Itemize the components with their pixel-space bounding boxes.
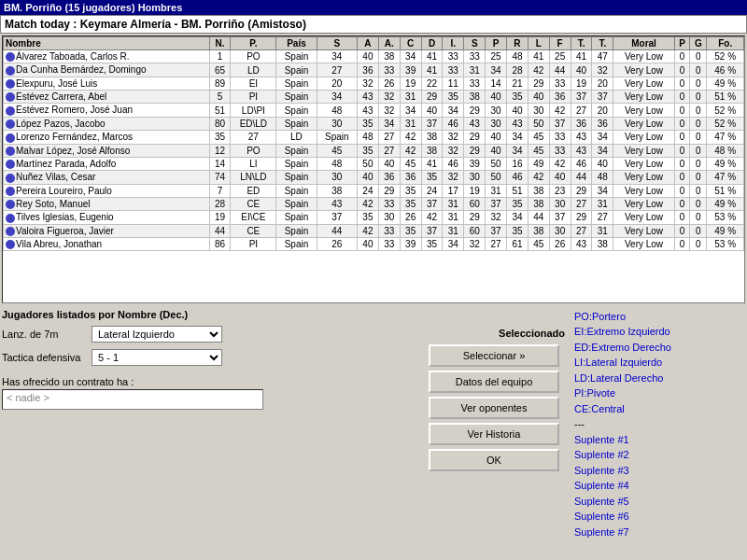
tactica-select[interactable]: 5 - 1 6 - 0 4 - 2 3 - 2 - 1 xyxy=(92,349,222,366)
players-table-section[interactable]: Nombre N. P. País S A A. C D I. S P R L … xyxy=(2,35,745,303)
table-row[interactable]: Álvarez Taboada, Carlos R.1POSpain344038… xyxy=(4,50,744,63)
player-icon xyxy=(6,119,15,129)
seleccionar-button[interactable]: Seleccionar » xyxy=(429,344,559,367)
table-row[interactable]: Rey Soto, Manuel28CESpain434233353731603… xyxy=(4,197,744,210)
lanz-row: Lanz. de 7m Lateral Izquierdo Lateral De… xyxy=(2,326,425,343)
legend-item: LI:Lateral Izquierdo xyxy=(574,355,743,371)
table-row[interactable]: Da Cunha Bernárdez, Domingo65LDSpain2736… xyxy=(4,63,744,77)
lanz-label: Lanz. de 7m xyxy=(2,329,86,340)
col-t: T. xyxy=(571,37,592,50)
table-row[interactable]: Martínez Parada, Adolfo14LISpain48504045… xyxy=(4,157,744,170)
left-panel: Jugadores listados por Nombre (Dec.) Lan… xyxy=(2,307,425,542)
seleccionado-label: Seleccionado xyxy=(429,328,569,339)
player-icon xyxy=(6,133,15,143)
right-panel: PO:PorteroEI:Extremo IzquierdoED:Extremo… xyxy=(572,307,745,542)
player-icon xyxy=(6,52,15,62)
col-s: S xyxy=(317,37,357,50)
col-f: F xyxy=(549,37,571,50)
table-row[interactable]: Estévez Romero, José Juan51LD\PISpain484… xyxy=(4,104,744,117)
legend-item: Suplente #6 xyxy=(574,509,743,525)
player-icon xyxy=(6,160,15,169)
historia-button[interactable]: Ver Historia xyxy=(429,423,559,445)
col-g: G xyxy=(690,37,707,50)
jugadores-label: Jugadores listados por Nombre (Dec.) xyxy=(2,307,425,322)
middle-panel: Seleccionado Seleccionar » Datos del equ… xyxy=(429,307,569,542)
player-icon xyxy=(6,187,15,196)
tactica-row: Tactica defensiva 5 - 1 6 - 0 4 - 2 3 - … xyxy=(2,349,425,366)
col-p: P. xyxy=(231,37,276,50)
match-title: Match today : Keymare Almería - BM. Porr… xyxy=(5,18,306,31)
col-a2: A. xyxy=(378,37,400,50)
window-title: BM. Porriño (15 jugadores) Hombres xyxy=(4,2,182,13)
col-moral: Moral xyxy=(613,37,674,50)
col-a: A xyxy=(358,37,379,50)
player-icon xyxy=(6,240,15,249)
contrato-value: < nadie > xyxy=(2,389,263,410)
table-row[interactable]: Pereira Loureiro, Paulo7EDSpain382429352… xyxy=(4,184,744,197)
legend-item: Suplente #5 xyxy=(574,494,743,510)
col-p2: P xyxy=(486,37,507,50)
legend-item: Suplente #1 xyxy=(574,432,743,448)
table-row[interactable]: Malvar López, José Alfonso12POSpain45352… xyxy=(4,144,744,157)
contrato-section: Has ofrecido un contrato ha : < nadie > xyxy=(2,376,425,410)
table-row[interactable]: Nuñez Vilas, Cesar74LN\LDSpain3040363635… xyxy=(4,171,744,184)
player-icon xyxy=(6,106,15,116)
app-window: BM. Porriño (15 jugadores) Hombres Match… xyxy=(0,0,747,543)
legend-item: ED:Extremo Derecho xyxy=(574,340,743,356)
col-t2: T. xyxy=(592,37,613,50)
legend-item: --- xyxy=(574,416,743,432)
legend-item: Suplente #7 xyxy=(574,525,743,540)
player-icon xyxy=(6,79,15,89)
player-icon xyxy=(6,174,15,183)
player-icon xyxy=(6,200,15,209)
lanz-select[interactable]: Lateral Izquierdo Lateral Derecho Centra… xyxy=(92,326,222,343)
player-icon xyxy=(6,227,15,236)
col-d: D xyxy=(421,37,443,50)
player-icon xyxy=(6,66,15,76)
col-nombre: Nombre xyxy=(4,37,210,50)
players-table: Nombre N. P. País S A A. C D I. S P R L … xyxy=(3,36,744,251)
player-icon xyxy=(6,147,15,156)
col-c: C xyxy=(400,37,421,50)
legend-item: Suplente #3 xyxy=(574,463,743,479)
table-row[interactable]: Vila Abreu, Jonathan86PISpain26403339353… xyxy=(4,238,744,251)
title-bar: BM. Porriño (15 jugadores) Hombres xyxy=(0,0,747,15)
col-s2: S xyxy=(464,37,486,50)
col-r: R xyxy=(507,37,529,50)
table-row[interactable]: Elexpuru, José Luis89EISpain203226192211… xyxy=(4,77,744,90)
col-fo: Fo. xyxy=(707,37,744,50)
col-pais: País xyxy=(276,37,317,50)
table-row[interactable]: Lorenzo Fernández, Marcos3527LDSpain4827… xyxy=(4,131,744,144)
legend-item: CE:Central xyxy=(574,401,743,417)
legend-item: Suplente #4 xyxy=(574,478,743,494)
player-icon xyxy=(6,214,15,223)
legend-item: PI:Pivote xyxy=(574,385,743,401)
col-l: L xyxy=(528,37,549,50)
datos-button[interactable]: Datos del equipo xyxy=(429,371,559,393)
legend-item: EI:Extremo Izquierdo xyxy=(574,324,743,340)
match-header: Match today : Keymare Almería - BM. Porr… xyxy=(0,15,747,34)
contrato-label: Has ofrecido un contrato ha : xyxy=(2,376,425,387)
table-row[interactable]: López Pazos, Jacobo80ED\LDSpain303534313… xyxy=(4,117,744,130)
table-row[interactable]: Estévez Carrera, Abel5PISpain34433231293… xyxy=(4,91,744,104)
legend-item: PO:Portero xyxy=(574,309,743,325)
table-row[interactable]: Valoira Figueroa, Javier44CESpain4442333… xyxy=(4,224,744,237)
col-n: N. xyxy=(209,37,231,50)
legend-item: LD:Lateral Derecho xyxy=(574,371,743,386)
bottom-section: Jugadores listados por Nombre (Dec.) Lan… xyxy=(0,305,747,544)
col-pg: P xyxy=(674,37,690,50)
player-icon xyxy=(6,92,15,102)
legend-item: Suplente #2 xyxy=(574,447,743,463)
oponentes-button[interactable]: Ver oponentes xyxy=(429,397,559,419)
tactica-label: Tactica defensiva xyxy=(2,352,86,363)
table-row[interactable]: Tilves Iglesias, Eugenio19EI\CESpain3735… xyxy=(4,211,744,224)
ok-button[interactable]: OK xyxy=(429,449,559,471)
col-i: I. xyxy=(443,37,464,50)
